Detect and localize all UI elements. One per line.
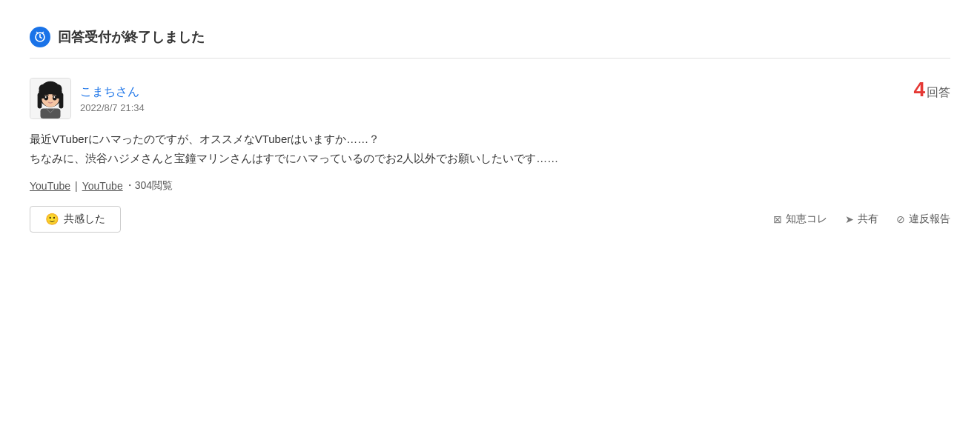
empathy-label: 共感した <box>64 213 105 226</box>
status-text: 回答受付が終了しました <box>58 28 205 46</box>
empathy-icon: 🙂 <box>45 213 59 226</box>
chie-collection-label: 知恵コレ <box>786 213 827 226</box>
svg-point-12 <box>53 96 55 98</box>
empathy-button[interactable]: 🙂 共感した <box>30 206 121 233</box>
question-body: 最近VTuberにハマったのですが、オススメなVTuberはいますか……？ ちな… <box>30 130 950 169</box>
post-date: 2022/8/7 21:34 <box>80 102 145 113</box>
svg-rect-13 <box>41 109 61 119</box>
share-label: 共有 <box>858 213 878 226</box>
user-header: こまちさん 2022/8/7 21:34 4 回答 <box>30 78 950 119</box>
user-meta: こまちさん 2022/8/7 21:34 <box>80 84 145 113</box>
tag-link-1[interactable]: YouTube <box>30 180 70 192</box>
username[interactable]: こまちさん <box>80 84 145 100</box>
right-actions: ⊠ 知恵コレ ➤ 共有 ⊘ 違反報告 <box>773 213 950 226</box>
star-icon: ⊠ <box>773 213 782 225</box>
tag-link-2[interactable]: YouTube <box>82 180 123 192</box>
answer-label: 回答 <box>927 85 950 101</box>
report-label: 違反報告 <box>909 213 950 226</box>
answer-number: 4 <box>913 78 925 101</box>
view-count: ・304閲覧 <box>125 179 173 193</box>
action-bar: 🙂 共感した ⊠ 知恵コレ ➤ 共有 ⊘ 違反報告 <box>30 206 950 233</box>
share-button[interactable]: ➤ 共有 <box>845 213 878 226</box>
user-info: こまちさん 2022/8/7 21:34 <box>30 78 145 119</box>
tags-line: YouTube | YouTube ・304閲覧 <box>30 179 950 193</box>
tag-separator: | <box>75 180 78 192</box>
svg-point-11 <box>45 96 47 98</box>
avatar <box>30 78 71 119</box>
svg-rect-8 <box>59 93 64 108</box>
report-icon: ⊘ <box>896 213 905 225</box>
chie-collection-button[interactable]: ⊠ 知恵コレ <box>773 213 827 226</box>
question-block: こまちさん 2022/8/7 21:34 4 回答 最近VTuberにハマったの… <box>30 72 950 238</box>
clock-icon <box>30 27 50 47</box>
svg-rect-7 <box>38 93 42 108</box>
share-icon: ➤ <box>845 213 854 225</box>
answer-count: 4 回答 <box>913 78 950 101</box>
status-bar: 回答受付が終了しました <box>30 15 950 59</box>
report-button[interactable]: ⊘ 違反報告 <box>896 213 950 226</box>
